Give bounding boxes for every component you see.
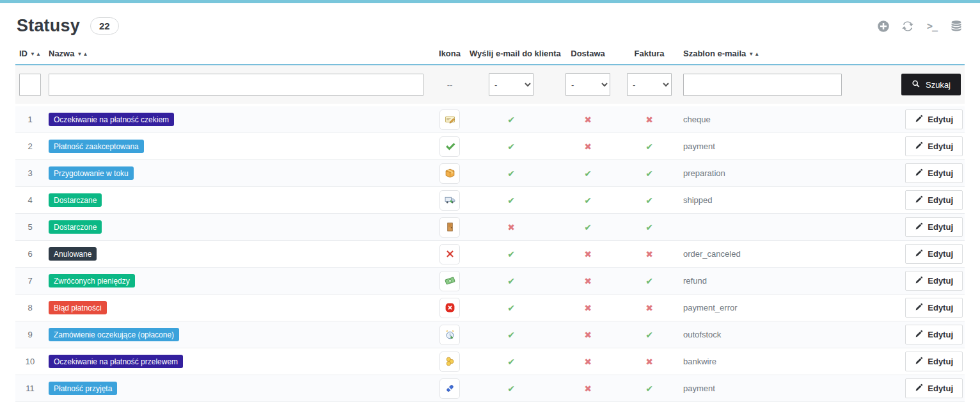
row-id: 2 (15, 133, 45, 160)
status-badge: Płatność przyjęta (49, 382, 117, 395)
header-row: ID▼▲ Nazwa▼▲ Ikona Wyślij e-mail do klie… (15, 45, 965, 65)
row-id: 6 (15, 241, 45, 268)
table-row: 3 Przygotowanie w toku ✔ ✔ ✔ preparation… (15, 160, 965, 187)
delivery-flag: ✖ (584, 249, 592, 259)
email-template (679, 214, 857, 241)
header-toolbar: >_ (876, 19, 963, 33)
pencil-icon (915, 384, 923, 394)
refresh-list-icon[interactable] (901, 19, 915, 33)
page-title: Statusy (17, 16, 80, 36)
delivery-flag: ✖ (584, 384, 592, 394)
email-template: outofstock (679, 321, 857, 348)
edit-button-label: Edytuj (928, 357, 953, 366)
page-header: Statusy 22 >_ (0, 3, 980, 45)
red-cross-icon (439, 244, 460, 264)
email-template: preparation (679, 160, 857, 187)
email-template: shipped (679, 187, 857, 214)
row-id: 3 (15, 160, 45, 187)
table-row: 5 Dostarczone ✖ ✔ ✔ Edytuj (15, 214, 965, 241)
record-count-badge: 22 (90, 17, 119, 35)
add-new-icon[interactable] (876, 19, 890, 33)
invoice-flag: ✔ (645, 384, 653, 394)
edit-button[interactable]: Edytuj (905, 244, 963, 264)
edit-button[interactable]: Edytuj (905, 136, 963, 156)
email-template: refund (679, 268, 857, 295)
status-badge: Płatność zaakceptowana (49, 140, 144, 153)
alarm-clock-icon (439, 325, 460, 345)
column-header-name: Nazwa▼▲ (45, 45, 434, 65)
payment-error-icon (439, 298, 460, 318)
pencil-icon (915, 276, 923, 286)
pencil-icon (915, 249, 923, 259)
edit-button[interactable]: Edytuj (905, 109, 963, 129)
email-flag: ✔ (507, 303, 515, 313)
sort-carets-id[interactable]: ▼▲ (30, 51, 42, 57)
search-icon (912, 79, 921, 90)
edit-button-label: Edytuj (928, 222, 953, 232)
edit-button-label: Edytuj (928, 303, 953, 312)
column-header-delivery: Dostawa (557, 45, 619, 65)
pencil-icon (915, 168, 923, 179)
table-row: 7 Zwróconych pieniędzy ✔ ✖ ✔ refund Edyt… (15, 268, 965, 295)
invoice-flag: ✖ (645, 249, 653, 259)
status-badge: Anulowane (49, 247, 97, 261)
filter-id-input[interactable] (19, 74, 41, 96)
delivery-flag: ✔ (584, 195, 592, 206)
edit-button-label: Edytuj (928, 330, 953, 339)
sort-carets-template[interactable]: ▼▲ (748, 51, 760, 57)
email-template: payment (679, 375, 857, 402)
column-header-icon: Ikona (434, 45, 466, 65)
invoice-flag: ✖ (645, 303, 653, 313)
filter-invoice-select[interactable]: - (627, 73, 672, 96)
table-row: 6 Anulowane ✔ ✖ ✖ order_canceled Edytuj (15, 241, 965, 268)
door-icon (439, 217, 460, 238)
delivery-flag: ✖ (584, 142, 592, 152)
email-flag: ✔ (507, 142, 515, 152)
edit-button-label: Edytuj (928, 195, 953, 205)
edit-button[interactable]: Edytuj (905, 352, 963, 371)
invoice-flag: ✔ (645, 142, 653, 152)
status-badge: Oczekiwanie na płatność czekiem (49, 113, 174, 126)
row-id: 9 (15, 321, 45, 348)
row-id: 8 (15, 295, 45, 321)
invoice-flag: ✔ (645, 330, 653, 340)
pencil-icon (915, 142, 923, 152)
invoice-flag: ✖ (645, 115, 653, 125)
email-flag: ✔ (507, 357, 515, 367)
pencil-icon (915, 303, 923, 313)
filter-name-input[interactable] (49, 74, 423, 96)
status-badge: Oczekiwanie na płatność przelewem (49, 355, 183, 368)
status-badge: Zwróconych pieniędzy (49, 274, 135, 287)
edit-button[interactable]: Edytuj (905, 217, 963, 237)
edit-button[interactable]: Edytuj (905, 190, 963, 210)
row-id: 5 (15, 214, 45, 241)
search-button[interactable]: Szukaj (901, 74, 961, 95)
column-header-template: Szablon e-maila▼▲ (679, 45, 857, 65)
filter-template-input[interactable] (683, 74, 842, 96)
edit-button[interactable]: Edytuj (905, 271, 963, 291)
email-flag: ✔ (507, 276, 515, 286)
edit-button[interactable]: Edytuj (905, 378, 963, 398)
email-flag: ✔ (507, 115, 515, 125)
banknote-icon (439, 271, 460, 291)
show-sql-query-icon[interactable]: >_ (925, 19, 939, 33)
edit-button[interactable]: Edytuj (905, 325, 963, 344)
filter-delivery-select[interactable]: - (565, 73, 610, 96)
table-row: 4 Dostarczane ✔ ✔ ✔ shipped Edytuj (15, 187, 965, 214)
email-template: cheque (679, 105, 857, 133)
edit-button[interactable]: Edytuj (905, 163, 963, 183)
edit-button[interactable]: Edytuj (905, 298, 963, 318)
table-body: 1 Oczekiwanie na płatność czekiem ✔ ✖ ✖ … (15, 105, 965, 402)
sort-carets-name[interactable]: ▼▲ (77, 51, 88, 57)
row-id: 10 (15, 348, 45, 375)
invoice-flag: ✖ (645, 357, 653, 367)
edit-button-label: Edytuj (928, 276, 953, 286)
filter-email-select[interactable]: - (489, 73, 533, 96)
export-sql-icon[interactable] (949, 19, 963, 33)
status-table: ID▼▲ Nazwa▼▲ Ikona Wyślij e-mail do klie… (15, 45, 965, 402)
filter-row: -- - - - Szukaj (15, 65, 965, 105)
invoice-flag: ✔ (645, 168, 653, 179)
status-badge: Przygotowanie w toku (49, 166, 134, 180)
pencil-icon (915, 222, 923, 232)
column-header-actions (857, 45, 965, 65)
